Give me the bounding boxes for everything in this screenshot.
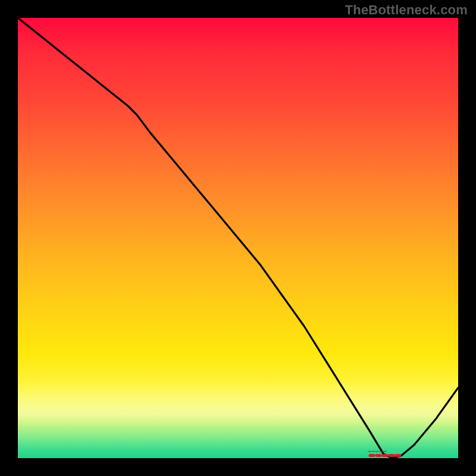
curve-layer [18, 18, 458, 458]
target-marker-label: ––––– [368, 447, 387, 455]
chart-root: { "watermark": "TheBottleneck.com", "cha… [0, 0, 476, 476]
bottleneck-curve [18, 18, 458, 458]
plot-area: ––––– [18, 18, 458, 458]
watermark-text: TheBottleneck.com [345, 2, 468, 18]
